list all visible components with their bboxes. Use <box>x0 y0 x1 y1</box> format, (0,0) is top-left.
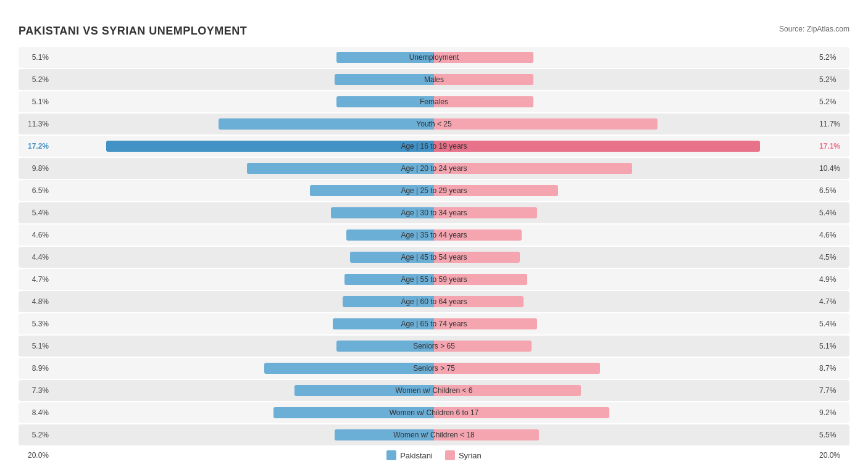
bar-left <box>219 118 434 130</box>
bars-area: Age | 35 to 44 years <box>52 225 816 246</box>
bar-right <box>434 385 581 396</box>
right-value: 5.2% <box>816 97 849 106</box>
bar-left <box>335 74 434 85</box>
chart-row: 5.1%Females5.2% <box>19 91 849 112</box>
left-value: 7.3% <box>19 386 52 395</box>
left-value: 9.8% <box>19 164 52 173</box>
chart-row: 4.7%Age | 55 to 59 years4.9% <box>19 269 849 290</box>
right-value: 9.2% <box>816 408 849 417</box>
chart-row: 4.8%Age | 60 to 64 years4.7% <box>19 291 849 312</box>
bar-left <box>336 96 434 107</box>
bar-right <box>434 141 760 152</box>
bars-area: Women w/ Children 6 to 17 <box>52 402 816 423</box>
bar-left <box>264 363 434 374</box>
legend-item-syrian: Syrian <box>445 450 482 460</box>
bar-right <box>434 163 632 174</box>
bar-right <box>434 207 537 218</box>
chart-row: 9.8%Age | 20 to 24 years10.4% <box>19 158 849 179</box>
bar-left <box>273 407 434 418</box>
chart-body: 5.1%Unemployment5.2%5.2%Males5.2%5.1%Fem… <box>19 47 849 445</box>
chart-container: PAKISTANI VS SYRIAN UNEMPLOYMENT Source:… <box>12 12 856 466</box>
bar-left <box>247 163 434 174</box>
bar-right <box>434 274 527 285</box>
left-value: 5.1% <box>19 97 52 106</box>
bar-right <box>434 74 533 85</box>
bars-area: Males <box>52 69 816 90</box>
bar-left <box>336 52 434 63</box>
bars-area: Age | 55 to 59 years <box>52 269 816 290</box>
chart-row: 4.4%Age | 45 to 54 years4.5% <box>19 247 849 268</box>
bars-area: Youth < 25 <box>52 114 816 134</box>
chart-row: 5.2%Males5.2% <box>19 69 849 90</box>
right-value: 11.7% <box>816 120 849 128</box>
bars-area: Seniors > 65 <box>52 336 816 357</box>
legend: Pakistani Syrian <box>52 450 816 460</box>
left-value: 8.9% <box>19 364 52 373</box>
chart-source: Source: ZipAtlas.com <box>779 25 849 33</box>
legend-label-syrian: Syrian <box>459 451 482 460</box>
chart-row: 5.3%Age | 65 to 74 years5.4% <box>19 313 849 334</box>
bar-right <box>434 52 533 63</box>
right-value: 5.1% <box>816 342 849 350</box>
right-value: 4.6% <box>816 231 849 239</box>
footer-left-value: 20.0% <box>19 451 52 460</box>
chart-row: 6.5%Age | 25 to 29 years6.5% <box>19 180 849 201</box>
bar-right <box>434 252 520 263</box>
bars-area: Women w/ Children < 18 <box>52 424 816 445</box>
left-value: 4.8% <box>19 297 52 306</box>
right-value: 4.7% <box>816 297 849 306</box>
left-value: 4.4% <box>19 253 52 262</box>
chart-row: 17.2%Age | 16 to 19 years17.1% <box>19 136 849 157</box>
bars-area: Age | 45 to 54 years <box>52 247 816 268</box>
right-value: 17.1% <box>816 142 849 151</box>
bar-right <box>434 229 522 241</box>
bars-area: Age | 20 to 24 years <box>52 158 816 179</box>
right-value: 8.7% <box>816 364 849 373</box>
left-value: 4.6% <box>19 231 52 239</box>
left-value: 11.3% <box>19 120 52 128</box>
bar-right <box>434 429 539 440</box>
chart-header: PAKISTANI VS SYRIAN UNEMPLOYMENT Source:… <box>19 25 849 38</box>
bar-left <box>346 229 434 241</box>
right-value: 5.2% <box>816 75 849 84</box>
left-value: 17.2% <box>19 142 52 151</box>
bar-left <box>350 252 434 263</box>
right-value: 6.5% <box>816 186 849 195</box>
bar-left <box>333 318 434 329</box>
chart-title: PAKISTANI VS SYRIAN UNEMPLOYMENT <box>19 25 247 38</box>
chart-row: 5.1%Unemployment5.2% <box>19 47 849 68</box>
bars-area: Females <box>52 91 816 112</box>
left-value: 5.3% <box>19 320 52 328</box>
chart-row: 5.1%Seniors > 655.1% <box>19 336 849 357</box>
right-value: 4.9% <box>816 275 849 284</box>
right-value: 5.4% <box>816 320 849 328</box>
bar-right <box>434 296 524 307</box>
right-value: 5.4% <box>816 209 849 217</box>
bars-area: Age | 25 to 29 years <box>52 180 816 201</box>
left-value: 5.1% <box>19 342 52 350</box>
bars-area: Age | 60 to 64 years <box>52 291 816 312</box>
bars-area: Women w/ Children < 6 <box>52 380 816 401</box>
bars-area: Seniors > 75 <box>52 358 816 379</box>
footer-right-value: 20.0% <box>816 451 849 460</box>
bar-right <box>434 118 657 130</box>
left-value: 4.7% <box>19 275 52 284</box>
chart-row: 7.3%Women w/ Children < 67.7% <box>19 380 849 401</box>
left-value: 5.4% <box>19 209 52 217</box>
bars-area: Age | 65 to 74 years <box>52 313 816 334</box>
bar-left <box>106 141 434 152</box>
left-value: 5.2% <box>19 75 52 84</box>
chart-row: 5.4%Age | 30 to 34 years5.4% <box>19 202 849 223</box>
chart-row: 8.9%Seniors > 758.7% <box>19 358 849 379</box>
bars-area: Age | 16 to 19 years <box>52 136 816 157</box>
bar-right <box>434 185 558 196</box>
bar-left <box>336 341 434 352</box>
chart-row: 8.4%Women w/ Children 6 to 179.2% <box>19 402 849 423</box>
chart-row: 4.6%Age | 35 to 44 years4.6% <box>19 225 849 246</box>
right-value: 7.7% <box>816 386 849 395</box>
legend-label-pakistani: Pakistani <box>400 451 433 460</box>
left-value: 5.1% <box>19 53 52 62</box>
bars-area: Age | 30 to 34 years <box>52 202 816 223</box>
legend-item-pakistani: Pakistani <box>386 450 433 460</box>
bar-right <box>434 363 600 374</box>
